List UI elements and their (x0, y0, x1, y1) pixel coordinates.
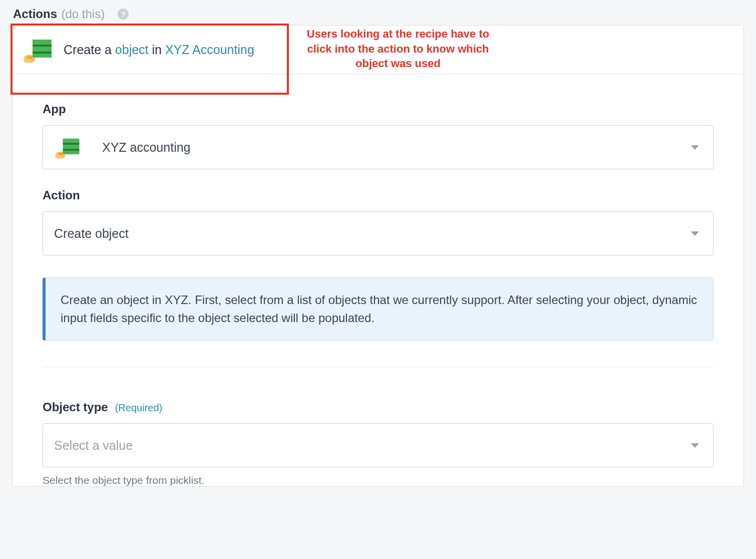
summary-object-link: object (115, 43, 149, 57)
app-field: App (43, 102, 713, 169)
svg-point-9 (24, 59, 32, 63)
section-title-main: Actions (13, 7, 57, 21)
svg-rect-7 (33, 45, 52, 47)
svg-rect-8 (33, 52, 52, 54)
chevron-down-icon (691, 231, 699, 236)
object-type-placeholder: Select a value (54, 438, 133, 453)
annotation-text: Users looking at the recipe have to clic… (298, 27, 498, 71)
svg-rect-17 (63, 143, 80, 144)
action-card: Create a object in XYZ Accounting Users … (12, 25, 744, 487)
svg-rect-14 (63, 139, 80, 143)
action-select[interactable]: Create object (43, 211, 713, 255)
action-summary-text: Create a object in XYZ Accounting (64, 43, 254, 57)
section-title: Actions (do this) (13, 7, 105, 21)
summary-middle: in (149, 43, 165, 57)
object-type-label-main: Object type (43, 400, 108, 414)
info-banner: Create an object in XYZ. First, select f… (43, 277, 713, 341)
section-title-sub: (do this) (61, 7, 105, 21)
app-label: App (43, 102, 713, 116)
svg-rect-5 (33, 47, 52, 52)
action-label: Action (43, 188, 713, 202)
summary-app-link: XYZ Accounting (165, 43, 254, 57)
app-select-value: XYZ accounting (102, 140, 191, 155)
object-type-required: (Required) (115, 402, 162, 414)
action-field: Action Create object (43, 188, 713, 255)
chevron-down-icon (691, 145, 699, 150)
object-type-helper: Select the object type from picklist. (43, 474, 713, 486)
svg-rect-15 (63, 145, 80, 149)
object-type-select[interactable]: Select a value (43, 423, 713, 467)
svg-rect-6 (33, 54, 52, 58)
chevron-down-icon (691, 443, 699, 448)
object-type-label: Object type (Required) (43, 400, 713, 414)
action-select-value: Create object (54, 226, 129, 241)
app-select[interactable]: XYZ accounting (43, 125, 713, 169)
section-header: Actions (do this) ? (13, 7, 744, 21)
summary-prefix: Create a (64, 43, 115, 57)
money-stack-icon (54, 135, 82, 159)
svg-point-19 (55, 155, 62, 159)
svg-rect-18 (63, 149, 80, 150)
svg-rect-16 (63, 151, 80, 154)
help-icon[interactable]: ? (118, 9, 129, 20)
money-stack-icon (23, 36, 55, 64)
svg-rect-4 (33, 40, 52, 45)
